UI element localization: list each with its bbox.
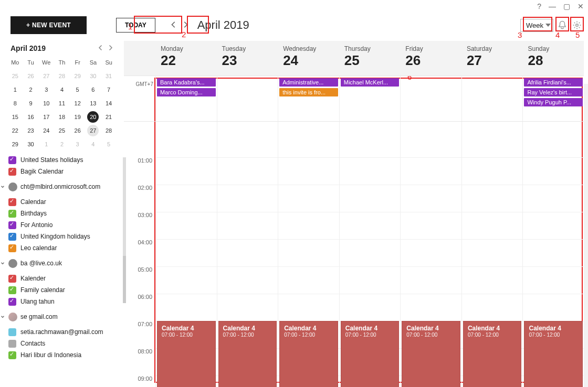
calendar-item[interactable]: Hari libur di Indonesia: [8, 349, 124, 361]
allday-event[interactable]: Afrilia Firdiani's...: [524, 78, 583, 87]
week-day-header[interactable]: Wednesday24: [278, 41, 339, 76]
mini-day[interactable]: 25: [7, 69, 23, 83]
week-day-header[interactable]: Monday22: [155, 41, 217, 76]
calendar-checkbox[interactable]: [8, 198, 16, 206]
mini-day[interactable]: 4: [86, 137, 101, 151]
mini-day[interactable]: 8: [7, 96, 23, 110]
mini-day[interactable]: 1: [7, 83, 23, 96]
mini-day[interactable]: 29: [70, 69, 86, 83]
allday-column[interactable]: [400, 76, 461, 121]
mini-day[interactable]: 21: [101, 110, 117, 124]
time-grid[interactable]: 01:0002:0003:0004:0005:0006:0007:0008:00…: [124, 122, 584, 387]
calendar-item[interactable]: Kalender: [8, 273, 124, 284]
allday-event[interactable]: Marco Doming...: [157, 88, 216, 96]
day-column[interactable]: Calendar 407:00 - 12:00: [522, 122, 584, 387]
mini-day[interactable]: 20: [86, 110, 101, 124]
allday-event[interactable]: Bara Kadabra's...: [157, 78, 216, 87]
calendar-checkbox[interactable]: [8, 244, 16, 252]
mini-day[interactable]: 28: [54, 69, 70, 83]
week-day-header[interactable]: Thursday25: [339, 41, 401, 76]
calendar-checkbox[interactable]: [8, 340, 16, 348]
mini-day[interactable]: 12: [70, 96, 86, 110]
mini-next-month[interactable]: [107, 45, 113, 52]
account-header[interactable]: ba @live.co.uk: [0, 257, 124, 270]
mini-day[interactable]: 27: [38, 69, 54, 83]
day-column[interactable]: Calendar 407:00 - 12:00: [155, 122, 217, 387]
mini-day[interactable]: 26: [23, 69, 39, 83]
notifications-icon[interactable]: [556, 19, 568, 31]
calendar-checkbox[interactable]: [8, 221, 16, 229]
mini-day[interactable]: 28: [101, 124, 117, 137]
mini-calendar-title[interactable]: April 2019: [10, 44, 46, 52]
mini-day[interactable]: 18: [54, 110, 70, 124]
close-icon[interactable]: ✕: [578, 2, 584, 10]
day-column[interactable]: Calendar 407:00 - 12:00: [400, 122, 461, 387]
mini-day[interactable]: 22: [7, 124, 23, 137]
account-header[interactable]: cht@mlbird.onmicrosoft.com: [0, 180, 124, 193]
mini-day[interactable]: 25: [54, 124, 70, 137]
mini-day[interactable]: 30: [23, 137, 39, 151]
mini-day[interactable]: 7: [101, 83, 117, 96]
calendar-item[interactable]: Bagik Calendar: [8, 166, 124, 177]
mini-day[interactable]: 11: [54, 96, 70, 110]
allday-event[interactable]: Ray Velez's birt...: [524, 88, 583, 96]
mini-day[interactable]: 10: [38, 96, 54, 110]
calendar-item[interactable]: Calendar: [8, 196, 124, 208]
mini-day[interactable]: 3: [70, 137, 86, 151]
day-column[interactable]: Calendar 407:00 - 12:00: [339, 122, 401, 387]
calendar-checkbox[interactable]: [8, 168, 16, 176]
calendar-item[interactable]: United States holidays: [8, 154, 124, 166]
mini-day[interactable]: 2: [23, 83, 39, 96]
mini-day[interactable]: 2: [54, 137, 70, 151]
prev-week-button[interactable]: [170, 21, 177, 30]
calendar-item[interactable]: Birthdays: [8, 208, 124, 219]
week-day-header[interactable]: Saturday27: [461, 41, 523, 76]
calendar-checkbox[interactable]: [8, 298, 16, 306]
calendar-event-block[interactable]: Calendar 407:00 - 12:00: [218, 321, 277, 387]
mini-prev-month[interactable]: [98, 45, 104, 52]
help-icon[interactable]: ?: [537, 2, 541, 10]
next-week-button[interactable]: [182, 21, 189, 30]
mini-day[interactable]: 9: [23, 96, 39, 110]
allday-column[interactable]: Administrative...this invite is fro...: [278, 76, 339, 121]
calendar-event-block[interactable]: Calendar 407:00 - 12:00: [463, 321, 522, 387]
allday-event[interactable]: Administrative...: [279, 78, 338, 87]
calendar-event-block[interactable]: Calendar 407:00 - 12:00: [524, 321, 583, 387]
mini-day[interactable]: 26: [70, 124, 86, 137]
allday-column[interactable]: [217, 76, 278, 121]
view-picker[interactable]: Week: [520, 19, 553, 32]
mini-day[interactable]: 13: [86, 96, 101, 110]
mini-day[interactable]: 27: [86, 124, 101, 137]
today-button[interactable]: TODAY: [116, 18, 155, 33]
calendar-checkbox[interactable]: [8, 351, 16, 359]
allday-column[interactable]: Michael McKerl...: [339, 76, 401, 121]
calendar-checkbox[interactable]: [8, 328, 16, 336]
mini-day[interactable]: 30: [86, 69, 101, 83]
mini-day[interactable]: 5: [70, 83, 86, 96]
calendar-checkbox[interactable]: [8, 156, 16, 164]
day-column[interactable]: Calendar 407:00 - 12:00: [461, 122, 523, 387]
allday-event[interactable]: Michael McKerl...: [341, 78, 400, 87]
allday-event[interactable]: this invite is fro...: [279, 88, 338, 96]
allday-column[interactable]: Bara Kadabra's...Marco Doming...: [155, 76, 217, 121]
calendar-event-block[interactable]: Calendar 407:00 - 12:00: [279, 321, 338, 387]
mini-day[interactable]: 4: [54, 83, 70, 96]
calendar-checkbox[interactable]: [8, 210, 16, 218]
mini-day[interactable]: 19: [70, 110, 86, 124]
calendar-event-block[interactable]: Calendar 407:00 - 12:00: [402, 321, 460, 387]
mini-day[interactable]: 14: [101, 96, 117, 110]
calendar-item[interactable]: Ulang tahun: [8, 296, 124, 307]
allday-column[interactable]: [461, 76, 523, 121]
maximize-icon[interactable]: ▢: [563, 2, 570, 10]
day-column[interactable]: Calendar 407:00 - 12:00: [278, 122, 339, 387]
calendar-checkbox[interactable]: [8, 275, 16, 283]
mini-day[interactable]: 1: [38, 137, 54, 151]
week-day-header[interactable]: Tuesday23: [217, 41, 278, 76]
allday-column[interactable]: Afrilia Firdiani's...Ray Velez's birt...…: [522, 76, 584, 121]
mini-day[interactable]: 31: [101, 69, 117, 83]
mini-day[interactable]: 5: [101, 137, 117, 151]
calendar-item[interactable]: Family calendar: [8, 284, 124, 296]
mini-calendar[interactable]: MoTuWeThFrSaSu25262728293031123456789101…: [0, 56, 124, 151]
week-day-header[interactable]: Sunday28: [522, 41, 584, 76]
minimize-icon[interactable]: —: [549, 2, 556, 10]
